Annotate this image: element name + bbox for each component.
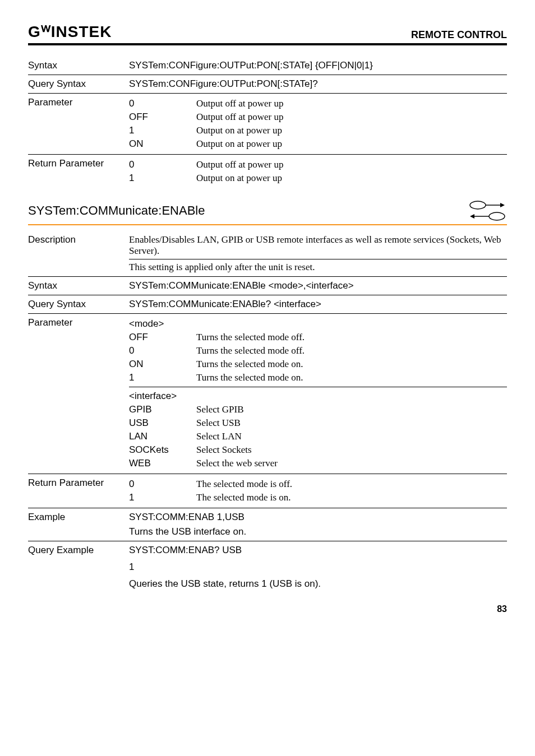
param-val: Select the web server bbox=[196, 458, 507, 469]
section-heading: SYSTem:COMMunicate:ENABle bbox=[28, 188, 507, 225]
syntax-label: Syntax bbox=[28, 280, 129, 291]
param-key: LAN bbox=[129, 431, 196, 442]
query-example-row: Query Example SYST:COMM:ENAB? USB 1 Quer… bbox=[28, 541, 507, 593]
description-text-2: This setting is applied only after the u… bbox=[129, 259, 507, 273]
brand-logo: GᵂINSTEK bbox=[28, 22, 112, 41]
syntax-row: Syntax SYSTem:CONFigure:OUTPut:PON[:STAT… bbox=[28, 57, 507, 75]
param-key: OFF bbox=[129, 112, 196, 123]
parameter-table: 0Output off at power up OFFOutput off at… bbox=[129, 97, 507, 151]
param-key: ON bbox=[129, 138, 196, 150]
param-val: The selected mode is off. bbox=[196, 479, 507, 490]
query-syntax-label: Query Syntax bbox=[28, 78, 129, 90]
param-row: 0Turns the selected mode off. bbox=[129, 344, 507, 358]
param-key: ON bbox=[129, 359, 196, 370]
example-desc: Turns the USB interface on. bbox=[129, 526, 507, 537]
param-val: Select Sockets bbox=[196, 444, 507, 456]
set-query-icon bbox=[468, 200, 507, 222]
return-parameter-table: 0The selected mode is off. 1The selected… bbox=[129, 477, 507, 504]
example-label: Example bbox=[28, 512, 129, 537]
page-number: 83 bbox=[28, 604, 507, 614]
param-val: Output on at power up bbox=[196, 173, 507, 184]
description-value: Enables/Disables LAN, GPIB or USB remote… bbox=[129, 234, 507, 273]
query-syntax-label: Query Syntax bbox=[28, 299, 129, 310]
query-example-content: SYST:COMM:ENAB? USB 1 Queries the USB st… bbox=[129, 545, 507, 590]
param-key: 1 bbox=[129, 173, 196, 184]
param-row: GPIBSelect GPIB bbox=[129, 403, 507, 416]
return-parameter-label: Return Parameter bbox=[28, 477, 129, 504]
header-title: REMOTE CONTROL bbox=[411, 29, 507, 41]
param-val: Output on at power up bbox=[196, 138, 507, 150]
param-val: Turns the selected mode off. bbox=[196, 332, 507, 343]
param-val: Turns the selected mode on. bbox=[196, 372, 507, 383]
param-val bbox=[196, 318, 507, 330]
query-syntax-row: Query Syntax SYSTem:COMMunicate:ENABle? … bbox=[28, 295, 507, 314]
iface-head: <interface> bbox=[129, 389, 507, 403]
param-key: <mode> bbox=[129, 318, 196, 330]
return-parameter-row: Return Parameter 0The selected mode is o… bbox=[28, 474, 507, 508]
description-text: Enables/Disables LAN, GPIB or USB remote… bbox=[129, 234, 507, 257]
query-syntax-value: SYSTem:CONFigure:OUTPut:PON[:STATe]? bbox=[129, 78, 507, 90]
syntax-value: SYSTem:COMMunicate:ENABle <mode>,<interf… bbox=[129, 280, 507, 291]
svg-point-0 bbox=[470, 201, 486, 209]
param-val: Select USB bbox=[196, 418, 507, 429]
query-example-value: SYST:COMM:ENAB? USB bbox=[129, 545, 507, 556]
description-row: Description Enables/Disables LAN, GPIB o… bbox=[28, 231, 507, 276]
param-key: OFF bbox=[129, 332, 196, 343]
param-key: SOCKets bbox=[129, 444, 196, 456]
mode-head: <mode> bbox=[129, 317, 507, 331]
param-key: 0 bbox=[129, 98, 196, 109]
example-content: SYST:COMM:ENAB 1,USB Turns the USB inter… bbox=[129, 512, 507, 537]
param-val: Select GPIB bbox=[196, 404, 507, 415]
param-val: The selected mode is on. bbox=[196, 492, 507, 503]
param-row: 1Output on at power up bbox=[129, 124, 507, 137]
param-key: 1 bbox=[129, 492, 196, 503]
interface-block: <interface> GPIBSelect GPIB USBSelect US… bbox=[129, 387, 507, 470]
param-val bbox=[196, 391, 507, 402]
param-row: ONOutput on at power up bbox=[129, 137, 507, 151]
param-key: GPIB bbox=[129, 404, 196, 415]
param-key: USB bbox=[129, 418, 196, 429]
param-key: WEB bbox=[129, 458, 196, 469]
param-val: Output off at power up bbox=[196, 98, 507, 109]
svg-point-3 bbox=[489, 212, 505, 220]
parameter-row: Parameter 0Output off at power up OFFOut… bbox=[28, 94, 507, 155]
param-row: 0The selected mode is off. bbox=[129, 477, 507, 491]
parameter-table: <mode> OFFTurns the selected mode off. 0… bbox=[129, 317, 507, 470]
page-header: GᵂINSTEK REMOTE CONTROL bbox=[28, 22, 507, 45]
section-title: SYSTem:COMMunicate:ENABle bbox=[28, 203, 205, 218]
return-parameter-label: Return Parameter bbox=[28, 158, 129, 185]
param-val: Turns the selected mode on. bbox=[196, 359, 507, 370]
query-example-return: 1 bbox=[129, 562, 507, 573]
param-val: Output off at power up bbox=[196, 159, 507, 170]
query-example-desc: Queries the USB state, returns 1 (USB is… bbox=[129, 578, 507, 590]
param-row: LANSelect LAN bbox=[129, 430, 507, 443]
param-key: 0 bbox=[129, 479, 196, 490]
syntax-row: Syntax SYSTem:COMMunicate:ENABle <mode>,… bbox=[28, 276, 507, 295]
param-val: Output on at power up bbox=[196, 125, 507, 136]
param-row: OFFOutput off at power up bbox=[129, 110, 507, 124]
param-row: 1The selected mode is on. bbox=[129, 491, 507, 504]
param-val: Turns the selected mode off. bbox=[196, 345, 507, 356]
param-row: ONTurns the selected mode on. bbox=[129, 358, 507, 371]
param-val: Output off at power up bbox=[196, 112, 507, 123]
svg-marker-2 bbox=[500, 203, 505, 207]
parameter-label: Parameter bbox=[28, 317, 129, 470]
query-example-label: Query Example bbox=[28, 545, 129, 590]
example-row: Example SYST:COMM:ENAB 1,USB Turns the U… bbox=[28, 508, 507, 541]
param-row: 1Output on at power up bbox=[129, 171, 507, 185]
param-key: 0 bbox=[129, 159, 196, 170]
param-key: 1 bbox=[129, 125, 196, 136]
param-row: SOCKetsSelect Sockets bbox=[129, 443, 507, 457]
param-row: 1Turns the selected mode on. bbox=[129, 371, 507, 384]
param-row: WEBSelect the web server bbox=[129, 457, 507, 470]
param-key: 1 bbox=[129, 372, 196, 383]
parameter-label: Parameter bbox=[28, 97, 129, 151]
return-parameter-table: 0Output off at power up 1Output on at po… bbox=[129, 158, 507, 185]
param-row: 0Output off at power up bbox=[129, 158, 507, 171]
param-val: Select LAN bbox=[196, 431, 507, 442]
param-key: 0 bbox=[129, 345, 196, 356]
return-parameter-row: Return Parameter 0Output off at power up… bbox=[28, 155, 507, 188]
svg-marker-5 bbox=[470, 214, 474, 219]
description-label: Description bbox=[28, 234, 129, 273]
query-syntax-value: SYSTem:COMMunicate:ENABle? <interface> bbox=[129, 299, 507, 310]
